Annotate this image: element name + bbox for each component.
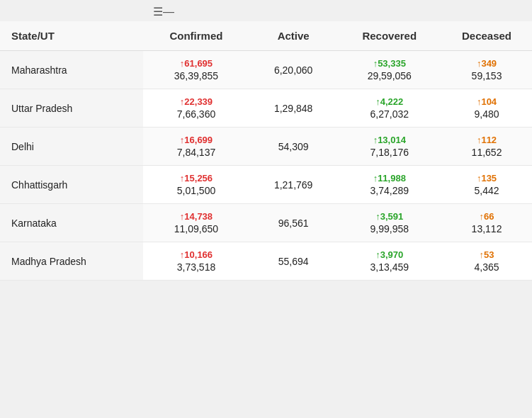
confirmed-delta: ↑61,695 xyxy=(180,58,213,69)
recovered-delta: ↑3,970 xyxy=(375,249,403,260)
table-row: Chhattisgarh ↑15,256 5,01,500 1,21,769 ↑… xyxy=(0,166,532,204)
covid-stats-table: ☰— State/UT Confirmed Active Recove xyxy=(0,0,532,281)
deceased-delta: ↑53 xyxy=(480,249,494,260)
active-total: 1,29,848 xyxy=(274,103,313,114)
confirmed-cell: ↑22,339 7,66,360 xyxy=(143,89,249,128)
confirmed-delta: ↑16,699 xyxy=(180,135,213,145)
confirmed-total: 5,01,500 xyxy=(177,185,216,196)
recovered-delta: ↑11,988 xyxy=(373,173,406,183)
table-row: Uttar Pradesh ↑22,339 7,66,360 1,29,848 … xyxy=(0,89,532,128)
filter-button[interactable]: ☰— xyxy=(149,4,179,20)
deceased-total: 13,112 xyxy=(472,223,502,235)
deceased-cell: ↑349 59,153 xyxy=(441,51,532,89)
recovered-delta: ↑4,222 xyxy=(375,96,403,107)
state-column-header: State/UT xyxy=(0,21,143,51)
active-cell: 54,309 xyxy=(249,128,338,166)
recovered-cell: ↑4,222 6,27,032 xyxy=(338,89,441,128)
deceased-cell: ↑53 4,365 xyxy=(441,242,532,281)
active-cell: 6,20,060 xyxy=(249,51,338,89)
active-total: 54,309 xyxy=(278,141,309,152)
recovered-delta: ↑3,591 xyxy=(375,211,403,222)
state-name-cell: Maharashtra xyxy=(0,51,143,89)
confirmed-total: 36,39,855 xyxy=(174,70,218,81)
table-row: Karnataka ↑14,738 11,09,650 96,561 ↑3,59… xyxy=(0,204,532,242)
deceased-total: 9,480 xyxy=(474,108,499,120)
active-total: 6,20,060 xyxy=(274,64,313,76)
table-row: Delhi ↑16,699 7,84,137 54,309 ↑13,014 7,… xyxy=(0,128,532,166)
state-name-cell: Madhya Pradesh xyxy=(0,242,143,281)
table-header-row: State/UT Confirmed Active Recovered Dece… xyxy=(0,21,532,51)
active-cell: 55,694 xyxy=(249,242,338,281)
confirmed-total: 7,84,137 xyxy=(177,147,216,158)
confirmed-delta: ↑22,339 xyxy=(180,96,213,107)
confirmed-cell: ↑61,695 36,39,855 xyxy=(143,51,249,89)
confirmed-cell: ↑15,256 5,01,500 xyxy=(143,166,249,204)
deceased-cell: ↑112 11,652 xyxy=(441,128,532,166)
active-cell: 96,561 xyxy=(249,204,338,242)
recovered-total: 3,13,459 xyxy=(370,261,409,273)
confirmed-delta: ↑14,738 xyxy=(180,211,213,222)
recovered-total: 7,18,176 xyxy=(370,147,409,158)
active-total: 1,21,769 xyxy=(274,179,313,191)
state-name-cell: Chhattisgarh xyxy=(0,166,143,204)
state-name-cell: Delhi xyxy=(0,128,143,166)
deceased-total: 59,153 xyxy=(472,70,502,81)
recovered-total: 29,59,056 xyxy=(368,70,412,81)
confirmed-delta: ↑15,256 xyxy=(180,173,213,183)
deceased-total: 11,652 xyxy=(472,147,502,158)
deceased-cell: ↑66 13,112 xyxy=(441,204,532,242)
deceased-total: 5,442 xyxy=(474,185,499,196)
deceased-delta: ↑349 xyxy=(477,58,497,69)
confirmed-total: 3,73,518 xyxy=(177,261,216,273)
recovered-delta: ↑53,335 xyxy=(373,58,406,69)
deceased-column-header: Deceased xyxy=(441,21,532,51)
deceased-delta: ↑112 xyxy=(477,135,497,145)
recovered-delta: ↑13,014 xyxy=(373,135,406,145)
recovered-cell: ↑3,591 9,99,958 xyxy=(338,204,441,242)
confirmed-cell: ↑16,699 7,84,137 xyxy=(143,128,249,166)
deceased-delta: ↑66 xyxy=(480,211,494,222)
deceased-cell: ↑104 9,480 xyxy=(441,89,532,128)
active-total: 96,561 xyxy=(278,218,309,229)
recovered-cell: ↑53,335 29,59,056 xyxy=(338,51,441,89)
recovered-total: 6,27,032 xyxy=(370,108,409,120)
confirmed-cell: ↑10,166 3,73,518 xyxy=(143,242,249,281)
filter-icon: ☰— xyxy=(153,6,174,18)
recovered-cell: ↑3,970 3,13,459 xyxy=(338,242,441,281)
table-row: Maharashtra ↑61,695 36,39,855 6,20,060 ↑… xyxy=(0,51,532,89)
confirmed-total: 7,66,360 xyxy=(177,108,216,120)
state-name-cell: Karnataka xyxy=(0,204,143,242)
deceased-total: 4,365 xyxy=(474,261,499,273)
active-cell: 1,21,769 xyxy=(249,166,338,204)
table-body: Maharashtra ↑61,695 36,39,855 6,20,060 ↑… xyxy=(0,51,532,281)
active-total: 55,694 xyxy=(278,256,309,267)
table-row: Madhya Pradesh ↑10,166 3,73,518 55,694 ↑… xyxy=(0,242,532,281)
recovered-column-header: Recovered xyxy=(338,21,441,51)
covid-table-container: ☰— State/UT Confirmed Active Recove xyxy=(0,0,532,281)
deceased-delta: ↑135 xyxy=(477,173,497,183)
recovered-cell: ↑13,014 7,18,176 xyxy=(338,128,441,166)
confirmed-cell: ↑14,738 11,09,650 xyxy=(143,204,249,242)
deceased-cell: ↑135 5,442 xyxy=(441,166,532,204)
deceased-delta: ↑104 xyxy=(477,96,497,107)
confirmed-delta: ↑10,166 xyxy=(180,249,213,260)
recovered-cell: ↑11,988 3,74,289 xyxy=(338,166,441,204)
confirmed-total: 11,09,650 xyxy=(174,223,218,235)
recovered-total: 3,74,289 xyxy=(370,185,409,196)
active-column-header: Active xyxy=(249,21,338,51)
confirmed-column-header: Confirmed xyxy=(143,21,249,51)
recovered-total: 9,99,958 xyxy=(370,223,409,235)
state-name-cell: Uttar Pradesh xyxy=(0,89,143,128)
active-cell: 1,29,848 xyxy=(249,89,338,128)
